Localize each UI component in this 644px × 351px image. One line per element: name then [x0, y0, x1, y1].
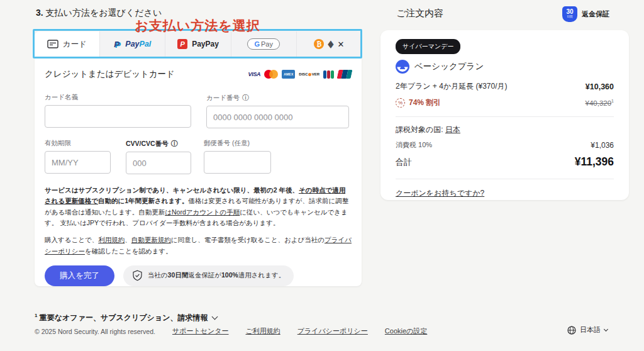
order-summary-title: ご注文内容 [396, 8, 443, 20]
cardholder-name-label: カード名義 [45, 93, 191, 102]
expiry-input[interactable] [45, 151, 111, 174]
language-selector[interactable]: 日本語 [567, 325, 608, 335]
cardholder-name-input[interactable] [45, 105, 191, 128]
paypay-icon: P [177, 39, 187, 49]
footer-links-row: © 2025 Nord Security. All rights reserve… [35, 326, 427, 336]
terms-of-service-link[interactable]: 利用規約 [98, 236, 125, 243]
footnote-toggle[interactable]: 1 重要なオファー、サブスクリプション、請求情報 [35, 313, 217, 323]
total-label: 合計 [396, 157, 412, 168]
plan-name: ベーシックプラン [414, 61, 484, 72]
paypal-icon: P P [114, 40, 121, 48]
gpay-icon: G Pay [247, 38, 280, 50]
paypay-logo-text: PayPay [192, 40, 219, 48]
jcb-icon [323, 70, 334, 79]
tax-country-link[interactable]: 日本 [445, 125, 460, 134]
tab-gpay[interactable]: G Pay [231, 31, 296, 57]
step-title: 支払い方法をお選びください [46, 8, 162, 18]
payment-method-tabs: カード P P PayPal P PayPay G Pay [35, 31, 362, 57]
agreement-paragraph: 購入することで、利用規約、自動更新規約に同意し、電子書類を受け取ること、および当… [45, 235, 352, 257]
support-center-link[interactable]: サポートセンター [172, 326, 229, 336]
total-amount: ¥11,396 [575, 155, 614, 169]
copyright-text: © 2025 Nord Security. All rights reserve… [35, 328, 155, 335]
card-form: クレジットまたはデビットカード VISA AMEX DISCVER カード名義 … [35, 57, 362, 286]
footnote-text: 1 重要なオファー、サブスクリプション、請求情報 [35, 313, 208, 323]
complete-purchase-button[interactable]: 購入を完了 [45, 265, 114, 286]
cookie-settings-link[interactable]: Cookieの設定 [385, 326, 428, 336]
payment-panel: カード P P PayPal P PayPay G Pay [35, 31, 362, 286]
tax-label: 消費税 10% [396, 140, 432, 150]
zip-input[interactable] [204, 151, 271, 174]
guarantee-badge-label: 返金保証 [582, 9, 609, 19]
tab-card[interactable]: カード [35, 31, 99, 57]
ethereum-icon: ◆ [328, 38, 333, 50]
visa-icon: VISA [248, 71, 261, 77]
chevron-down-icon [212, 314, 218, 320]
tab-crypto[interactable]: ₿ ◆ ✕ [296, 31, 362, 57]
card-number-label: カード番号ⓘ [206, 93, 349, 103]
cvv-label: CVV/CVC番号ⓘ [126, 139, 191, 148]
auto-renewal-terms-link[interactable]: 自動更新規約 [131, 236, 171, 243]
renewal-terms-paragraph: サービスはサブスクリプション制であり、キャンセルされない限り、最初の2 年後、そ… [45, 185, 352, 228]
divider [396, 179, 614, 179]
accepted-card-brands: VISA AMEX DISCVER [248, 70, 352, 79]
tab-paypay[interactable]: P PayPay [165, 31, 230, 57]
card-form-title: クレジットまたはデビットカード [45, 69, 175, 80]
money-back-guarantee-pill: 当社の30日間返金保証が100%適用されます。 [123, 265, 294, 286]
divider [396, 116, 614, 117]
tab-card-label: カード [63, 39, 87, 50]
step-number: 3. [36, 8, 43, 18]
discount-row: % 74% 割引 [396, 98, 441, 108]
order-summary-card: サイバーマンデー ベーシックプラン 2年プラン + 4か月延長 (¥370/月)… [380, 30, 629, 200]
cvv-input[interactable] [126, 152, 191, 174]
terms-link[interactable]: ご利用規約 [246, 326, 280, 336]
crypto-icons: ₿ ◆ ✕ [314, 39, 344, 49]
amex-icon: AMEX [282, 70, 295, 79]
original-price: ¥40,3201 [586, 99, 614, 107]
unionpay-icon [337, 70, 353, 79]
discover-icon: DISCVER [299, 72, 319, 76]
checkout-page: 3. 支払い方法をお選びください お支払い方法を選択 カード P P PayPa… [0, 0, 644, 351]
plan-description: 2年プラン + 4か月延長 (¥370/月) [396, 81, 508, 92]
money-back-guarantee-badge: 30 日間 返金保証 [562, 6, 609, 22]
discount-icon: % [396, 98, 405, 108]
mastercard-icon [264, 70, 278, 79]
info-icon[interactable]: ⓘ [171, 139, 178, 148]
plan-price: ¥10,360 [586, 82, 614, 91]
shield-check-icon [132, 270, 143, 281]
zip-label: 郵便番号 (任意) [204, 139, 271, 148]
language-label: 日本語 [580, 325, 601, 335]
annotation-text: お支払い方法を選択 [33, 17, 362, 35]
bitcoin-icon: ₿ [314, 39, 324, 49]
discount-label: 74% 割引 [409, 98, 441, 108]
nordvpn-logo [396, 60, 409, 74]
info-icon[interactable]: ⓘ [242, 93, 249, 103]
paypal-logo-text: PayPal [125, 40, 151, 48]
xrp-icon: ✕ [338, 40, 345, 49]
promo-badge: サイバーマンデー [396, 39, 460, 54]
tax-amount: ¥1,036 [591, 141, 614, 150]
tax-country-row: 課税対象の国: 日本 [396, 125, 614, 135]
privacy-link[interactable]: プライバシーポリシー [297, 326, 368, 336]
terms-text: サービスはサブスクリプション制であり、キャンセルされない限り、最初の2 年後、そ… [45, 185, 352, 257]
guarantee-pill-text: 当社の30日間返金保証が100%適用されます。 [148, 271, 286, 280]
credit-card-icon [47, 40, 58, 48]
nord-account-steps-link[interactable]: はNordアカウントの手順 [165, 208, 240, 216]
tab-paypal[interactable]: P P PayPal [99, 31, 165, 57]
globe-icon [567, 326, 576, 335]
card-number-input[interactable] [206, 106, 349, 128]
chevron-down-icon [604, 326, 608, 331]
coupon-link[interactable]: クーポンをお持ちですか? [396, 189, 484, 198]
guarantee-shield-icon: 30 日間 [562, 6, 577, 22]
expiry-label: 有効期限 [45, 139, 111, 148]
